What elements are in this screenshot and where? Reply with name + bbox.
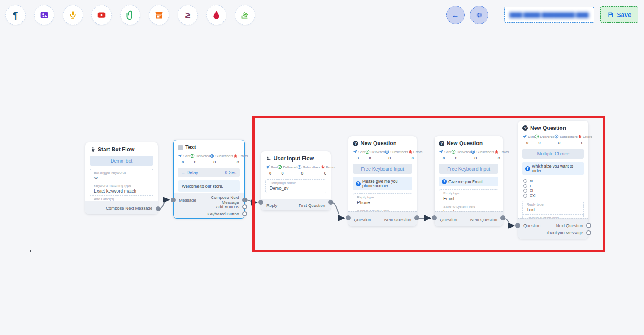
out-label-compose-next-message: Compose Next Message	[196, 195, 239, 205]
socket-compose-next-message-out[interactable]	[156, 206, 161, 211]
out-label-next-question: Next Question	[470, 217, 497, 222]
field-keyword-matching-type[interactable]: Keyword matching type Exact keyword matc…	[90, 182, 153, 195]
socket-add-buttons-out[interactable]	[242, 204, 247, 209]
subscribers-icon	[385, 150, 389, 154]
node-title: New Question	[447, 140, 483, 146]
greater-equal-icon: ≥	[185, 10, 191, 20]
errors-icon	[494, 150, 499, 154]
out-label-keyboard-button: Keyboard Button	[207, 211, 239, 216]
droplet-icon	[212, 10, 221, 20]
delivered-icon	[451, 150, 456, 154]
stray-dot	[30, 250, 31, 252]
node-footer: Question Next Question	[348, 211, 417, 226]
socket-question-in[interactable]	[432, 215, 437, 220]
option-m[interactable]: M	[523, 178, 583, 183]
delay-bar[interactable]: ... Delay 0 Sec	[178, 168, 240, 177]
socket-question-in[interactable]	[515, 223, 520, 228]
node-title: User Input Flow	[274, 155, 314, 162]
field-campaign-name[interactable]: Campaign name Demo_sv	[266, 180, 326, 193]
socket-message-in[interactable]	[171, 198, 176, 202]
question-icon: ?	[439, 141, 444, 146]
in-label-question: Question	[354, 217, 371, 222]
subscribers-icon	[297, 165, 302, 169]
field-reply-type[interactable]: Reply type Phone	[353, 194, 412, 207]
in-label-reply: Reply	[266, 203, 277, 208]
node-user-input-flow[interactable]: User Input Flow Sent0 Delivered0 Subscri…	[261, 151, 331, 210]
subscribers-icon	[471, 150, 475, 154]
save-button[interactable]: Save	[600, 6, 638, 23]
question-mark-icon: ?	[356, 181, 361, 186]
field-reply-type[interactable]: Reply type Email	[439, 190, 498, 203]
socket-next-question-out[interactable]	[500, 215, 505, 220]
errors-icon	[233, 154, 238, 158]
walking-person-icon	[90, 147, 96, 153]
store-icon	[154, 10, 164, 20]
socket-question-in[interactable]	[346, 215, 351, 220]
question-prompt[interactable]: ? Which size you want to order.	[522, 162, 584, 175]
video-block-button[interactable]	[91, 5, 112, 25]
out-label-add-buttons: Add Buttons	[216, 204, 239, 209]
node-new-question-size[interactable]: ? New Question Sent0 Delivered0 Subscrib…	[518, 121, 588, 239]
socket-reply-in[interactable]	[258, 200, 263, 205]
node-footer: Compose Next Message	[85, 201, 158, 214]
file-block-button[interactable]	[120, 5, 140, 25]
socket-next-question-out[interactable]	[414, 215, 419, 220]
socket-next-question-out[interactable]	[586, 223, 591, 228]
node-new-question-phone[interactable]: ? New Question Sent0 Delivered0 Subscrib…	[348, 136, 417, 226]
ecommerce-block-button[interactable]	[149, 5, 169, 25]
out-label-next-question: Next Question	[556, 223, 583, 228]
question-prompt[interactable]: ? Give me you Email.	[439, 177, 498, 186]
message-text[interactable]: Welcome to our store.	[178, 180, 240, 192]
microphone-icon	[68, 10, 78, 20]
socket-first-question-out[interactable]	[328, 200, 333, 205]
node-footer: Question Next Question	[435, 211, 503, 226]
node-footer: Reply First Question	[261, 199, 331, 210]
condition-block-button[interactable]: ≥	[178, 5, 198, 25]
text-block-icon	[178, 145, 183, 150]
option-xl[interactable]: XL	[523, 188, 583, 193]
field-bot-trigger-keywords[interactable]: Bot trigger keywords sv	[90, 169, 153, 182]
subscribers-icon	[210, 154, 214, 158]
in-label-question: Question	[523, 223, 540, 228]
socket-thankyou-message-out[interactable]	[586, 230, 591, 235]
out-label-compose-next-message: Compose Next Message	[106, 206, 152, 210]
user-input-icon	[265, 156, 271, 162]
flow-name-input[interactable]: ▇▇▇ ▇▇▇▇ ▇▇▇▇▇▇▇▇ ▇▇▇	[504, 7, 594, 23]
wire-user-input-to-q1[interactable]	[331, 202, 344, 218]
subscribers-icon	[554, 134, 559, 139]
in-label-question: Question	[440, 217, 457, 222]
delivered-icon	[535, 134, 539, 139]
socket-keyboard-button-out[interactable]	[242, 211, 247, 216]
socket-compose-next-message-out[interactable]	[242, 198, 247, 202]
sent-icon	[178, 154, 183, 158]
in-label-message: Message	[179, 198, 196, 202]
node-new-question-email[interactable]: ? New Question Sent0 Delivered0 Subscrib…	[435, 136, 503, 226]
drip-block-button[interactable]	[206, 5, 226, 25]
node-text[interactable]: Text Sent0 Delivered0 Subscribers0 Error…	[173, 140, 245, 219]
image-block-button[interactable]	[34, 5, 54, 25]
question-icon: ?	[353, 141, 358, 146]
fit-view-button[interactable]	[470, 6, 488, 24]
reply-type-button[interactable]: Free Keyboard Input	[353, 164, 412, 174]
node-title: Start Bot Flow	[98, 146, 134, 153]
sent-icon	[522, 134, 527, 139]
reply-type-button[interactable]: Free Keyboard Input	[439, 164, 498, 174]
sent-icon	[439, 150, 444, 154]
field-reply-type[interactable]: Reply type Text	[523, 201, 583, 214]
question-prompt[interactable]: ? Please give me you phone number.	[353, 177, 412, 190]
text-block-button[interactable]: ¶	[5, 5, 26, 25]
node-title: New Question	[530, 125, 566, 131]
reply-type-button[interactable]: Multiple Choice	[522, 149, 584, 159]
bot-name-button[interactable]: Demo_bot	[90, 156, 153, 166]
flow-name-redacted-text: ▇▇▇ ▇▇▇▇ ▇▇▇▇▇▇▇▇ ▇▇▇	[509, 12, 588, 18]
sequence-block-button[interactable]	[235, 5, 255, 25]
image-icon	[39, 10, 49, 20]
option-l[interactable]: L	[523, 183, 583, 188]
audio-block-button[interactable]	[63, 5, 83, 25]
back-button[interactable]: ←	[446, 6, 465, 24]
stack-icon	[240, 10, 250, 20]
radio-icon	[523, 189, 527, 193]
node-start-bot-flow[interactable]: Start Bot Flow Demo_bot Bot trigger keyw…	[85, 142, 158, 214]
floppy-icon	[607, 11, 614, 18]
option-xxl[interactable]: XXL	[523, 193, 583, 198]
